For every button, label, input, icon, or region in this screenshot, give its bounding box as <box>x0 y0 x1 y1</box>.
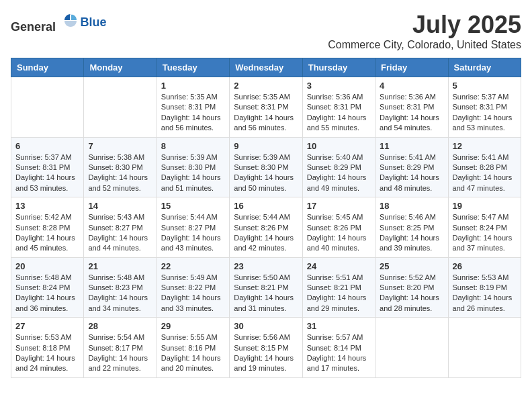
calendar-cell <box>11 77 84 138</box>
calendar-cell <box>84 77 157 138</box>
title-area: July 2025 Commerce City, Colorado, Unite… <box>328 11 521 51</box>
day-number: 5 <box>453 81 517 91</box>
calendar-cell: 20Sunrise: 5:48 AMSunset: 8:24 PMDayligh… <box>11 257 84 318</box>
day-info: Sunrise: 5:48 AMSunset: 8:24 PMDaylight:… <box>15 273 79 314</box>
calendar-cell: 29Sunrise: 5:55 AMSunset: 8:16 PMDayligh… <box>157 318 229 378</box>
day-number: 9 <box>234 141 298 151</box>
day-info: Sunrise: 5:35 AMSunset: 8:31 PMDaylight:… <box>161 92 225 134</box>
day-info: Sunrise: 5:52 AMSunset: 8:20 PMDaylight:… <box>380 273 443 314</box>
calendar-cell: 10Sunrise: 5:40 AMSunset: 8:29 PMDayligh… <box>302 137 375 197</box>
calendar-cell: 16Sunrise: 5:44 AMSunset: 8:26 PMDayligh… <box>230 197 302 258</box>
day-info: Sunrise: 5:39 AMSunset: 8:30 PMDaylight:… <box>234 152 298 194</box>
day-number: 16 <box>234 201 298 211</box>
calendar-cell: 22Sunrise: 5:49 AMSunset: 8:22 PMDayligh… <box>157 257 229 318</box>
day-info: Sunrise: 5:38 AMSunset: 8:30 PMDaylight:… <box>88 152 152 194</box>
calendar-cell: 3Sunrise: 5:36 AMSunset: 8:31 PMDaylight… <box>302 77 375 138</box>
day-info: Sunrise: 5:46 AMSunset: 8:25 PMDaylight:… <box>380 212 443 254</box>
calendar-cell: 11Sunrise: 5:41 AMSunset: 8:29 PMDayligh… <box>375 137 448 197</box>
day-info: Sunrise: 5:55 AMSunset: 8:16 PMDaylight:… <box>161 332 225 374</box>
calendar-cell: 21Sunrise: 5:48 AMSunset: 8:23 PMDayligh… <box>84 257 157 318</box>
calendar-cell: 27Sunrise: 5:53 AMSunset: 8:18 PMDayligh… <box>11 318 84 378</box>
calendar-header-thursday: Thursday <box>302 58 375 77</box>
day-info: Sunrise: 5:36 AMSunset: 8:31 PMDaylight:… <box>380 92 443 134</box>
calendar-table: SundayMondayTuesdayWednesdayThursdayFrid… <box>11 58 521 378</box>
day-info: Sunrise: 5:53 AMSunset: 8:19 PMDaylight:… <box>453 273 517 314</box>
calendar-cell: 31Sunrise: 5:57 AMSunset: 8:14 PMDayligh… <box>302 318 375 378</box>
day-number: 28 <box>88 321 152 331</box>
calendar-cell: 15Sunrise: 5:44 AMSunset: 8:27 PMDayligh… <box>157 197 229 258</box>
calendar-week-3: 13Sunrise: 5:42 AMSunset: 8:28 PMDayligh… <box>11 197 521 258</box>
day-number: 11 <box>380 141 443 151</box>
day-info: Sunrise: 5:36 AMSunset: 8:31 PMDaylight:… <box>307 92 371 134</box>
day-info: Sunrise: 5:42 AMSunset: 8:28 PMDaylight:… <box>15 212 79 254</box>
day-number: 22 <box>161 261 225 271</box>
day-number: 25 <box>380 261 443 271</box>
calendar-header-row: SundayMondayTuesdayWednesdayThursdayFrid… <box>11 58 521 77</box>
day-info: Sunrise: 5:45 AMSunset: 8:26 PMDaylight:… <box>307 212 371 254</box>
calendar-cell: 13Sunrise: 5:42 AMSunset: 8:28 PMDayligh… <box>11 197 84 258</box>
day-number: 10 <box>307 141 371 151</box>
day-info: Sunrise: 5:43 AMSunset: 8:27 PMDaylight:… <box>88 212 152 254</box>
calendar-cell: 5Sunrise: 5:37 AMSunset: 8:31 PMDaylight… <box>448 77 521 138</box>
day-info: Sunrise: 5:41 AMSunset: 8:28 PMDaylight:… <box>453 152 517 194</box>
day-number: 29 <box>161 321 225 331</box>
calendar-cell: 4Sunrise: 5:36 AMSunset: 8:31 PMDaylight… <box>375 77 448 138</box>
day-info: Sunrise: 5:40 AMSunset: 8:29 PMDaylight:… <box>307 152 371 194</box>
calendar-cell: 26Sunrise: 5:53 AMSunset: 8:19 PMDayligh… <box>448 257 521 318</box>
day-info: Sunrise: 5:48 AMSunset: 8:23 PMDaylight:… <box>88 273 152 314</box>
calendar-cell: 18Sunrise: 5:46 AMSunset: 8:25 PMDayligh… <box>375 197 448 258</box>
day-info: Sunrise: 5:35 AMSunset: 8:31 PMDaylight:… <box>234 92 298 134</box>
day-info: Sunrise: 5:49 AMSunset: 8:22 PMDaylight:… <box>161 273 225 314</box>
calendar-cell: 17Sunrise: 5:45 AMSunset: 8:26 PMDayligh… <box>302 197 375 258</box>
logo-general: General <box>11 20 56 34</box>
calendar-cell: 14Sunrise: 5:43 AMSunset: 8:27 PMDayligh… <box>84 197 157 258</box>
day-number: 27 <box>15 321 79 331</box>
day-number: 30 <box>234 321 298 331</box>
calendar-week-4: 20Sunrise: 5:48 AMSunset: 8:24 PMDayligh… <box>11 257 521 318</box>
day-number: 31 <box>307 321 371 331</box>
calendar-cell: 8Sunrise: 5:39 AMSunset: 8:30 PMDaylight… <box>157 137 229 197</box>
day-info: Sunrise: 5:56 AMSunset: 8:15 PMDaylight:… <box>234 332 298 374</box>
day-number: 23 <box>234 261 298 271</box>
day-info: Sunrise: 5:51 AMSunset: 8:21 PMDaylight:… <box>307 273 371 314</box>
day-info: Sunrise: 5:57 AMSunset: 8:14 PMDaylight:… <box>307 332 371 374</box>
day-info: Sunrise: 5:37 AMSunset: 8:31 PMDaylight:… <box>453 92 517 134</box>
day-number: 6 <box>15 141 79 151</box>
day-info: Sunrise: 5:50 AMSunset: 8:21 PMDaylight:… <box>234 273 298 314</box>
day-number: 8 <box>161 141 225 151</box>
calendar-header-wednesday: Wednesday <box>230 58 302 77</box>
day-info: Sunrise: 5:44 AMSunset: 8:27 PMDaylight:… <box>161 212 225 254</box>
calendar-week-1: 1Sunrise: 5:35 AMSunset: 8:31 PMDaylight… <box>11 77 521 138</box>
day-number: 19 <box>453 201 517 211</box>
day-number: 12 <box>453 141 517 151</box>
calendar-header-sunday: Sunday <box>11 58 84 77</box>
day-number: 24 <box>307 261 371 271</box>
day-number: 1 <box>161 81 225 91</box>
day-number: 21 <box>88 261 152 271</box>
calendar-cell: 30Sunrise: 5:56 AMSunset: 8:15 PMDayligh… <box>230 318 302 378</box>
page-header: General Blue July 2025 Commerce City, Co… <box>11 11 521 51</box>
logo-icon <box>60 11 81 31</box>
day-number: 7 <box>88 141 152 151</box>
calendar-cell <box>448 318 521 378</box>
calendar-cell: 12Sunrise: 5:41 AMSunset: 8:28 PMDayligh… <box>448 137 521 197</box>
calendar-cell: 28Sunrise: 5:54 AMSunset: 8:17 PMDayligh… <box>84 318 157 378</box>
calendar-cell: 23Sunrise: 5:50 AMSunset: 8:21 PMDayligh… <box>230 257 302 318</box>
calendar-cell: 19Sunrise: 5:47 AMSunset: 8:24 PMDayligh… <box>448 197 521 258</box>
calendar-header-monday: Monday <box>84 58 157 77</box>
day-number: 14 <box>88 201 152 211</box>
day-info: Sunrise: 5:54 AMSunset: 8:17 PMDaylight:… <box>88 332 152 374</box>
day-number: 15 <box>161 201 225 211</box>
calendar-cell: 9Sunrise: 5:39 AMSunset: 8:30 PMDaylight… <box>230 137 302 197</box>
day-number: 13 <box>15 201 79 211</box>
logo-blue: Blue <box>81 15 107 30</box>
logo: General Blue <box>11 11 107 34</box>
calendar-week-2: 6Sunrise: 5:37 AMSunset: 8:31 PMDaylight… <box>11 137 521 197</box>
day-info: Sunrise: 5:41 AMSunset: 8:29 PMDaylight:… <box>380 152 443 194</box>
day-info: Sunrise: 5:53 AMSunset: 8:18 PMDaylight:… <box>15 332 79 374</box>
day-info: Sunrise: 5:47 AMSunset: 8:24 PMDaylight:… <box>453 212 517 254</box>
day-number: 20 <box>15 261 79 271</box>
day-info: Sunrise: 5:37 AMSunset: 8:31 PMDaylight:… <box>15 152 79 194</box>
calendar-cell: 1Sunrise: 5:35 AMSunset: 8:31 PMDaylight… <box>157 77 229 138</box>
calendar-cell: 24Sunrise: 5:51 AMSunset: 8:21 PMDayligh… <box>302 257 375 318</box>
